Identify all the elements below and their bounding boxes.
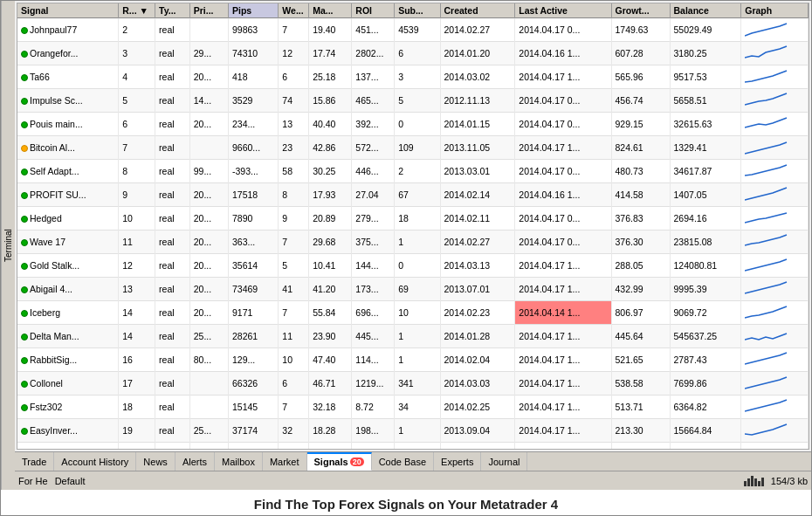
price: 99... xyxy=(189,160,228,183)
signal-dot xyxy=(21,192,28,199)
signal-dot xyxy=(21,404,28,411)
price: 20... xyxy=(189,443,228,451)
weeks: 74 xyxy=(279,89,309,113)
table-row[interactable]: Orangefor...3real29...743101217.742802..… xyxy=(17,42,809,65)
tab-account-history[interactable]: Account History xyxy=(54,452,136,471)
weeks: 6 xyxy=(279,372,309,396)
col-header-created[interactable]: Created xyxy=(440,3,515,18)
table-row[interactable]: Pouis main...6real20...234...1340.40392.… xyxy=(17,113,809,136)
signal-name: Ta66 xyxy=(17,65,119,89)
growth: 607.28 xyxy=(611,42,670,65)
roi: 696... xyxy=(352,301,395,325)
type: real xyxy=(155,443,190,451)
col-header-signal[interactable]: Signal xyxy=(17,3,119,18)
col-header-ma[interactable]: Ma... xyxy=(309,3,352,18)
table-row[interactable]: Gold Stalk...12real20...35614510.41144..… xyxy=(17,254,809,278)
col-header-graph[interactable]: Graph xyxy=(741,3,809,18)
last-active-date: 2014.04.16 1... xyxy=(515,42,611,65)
col-header-sub[interactable]: Sub... xyxy=(395,3,440,18)
weeks: 7 xyxy=(279,18,309,42)
max-drawdown: 46.71 xyxy=(309,372,352,396)
col-header-type[interactable]: Ty... xyxy=(155,3,190,18)
roi: 392... xyxy=(352,113,395,136)
table-row[interactable]: Self Adapt...8real99...-393...5830.25446… xyxy=(17,160,809,183)
max-drawdown: 18.28 xyxy=(309,419,352,443)
col-header-lastactive[interactable]: Last Active xyxy=(515,3,611,18)
balance: 173.49 xyxy=(670,443,741,451)
pips: 234... xyxy=(229,113,279,136)
roi: 2802... xyxy=(352,42,395,65)
tab-journal[interactable]: Journal xyxy=(481,452,527,471)
max-drawdown: 47.40 xyxy=(309,348,352,372)
price: 20... xyxy=(189,301,228,325)
table-row[interactable]: Bitcoin Al...7real9660...2342.86572...10… xyxy=(17,136,809,160)
growth: 288.05 xyxy=(611,254,670,278)
table-row[interactable]: Delta Man...14real25...282611123.90445..… xyxy=(17,325,809,348)
max-drawdown: 10.41 xyxy=(309,254,352,278)
table-row[interactable]: Iceberg14real20...9171755.84696...102014… xyxy=(17,301,809,325)
tab-market[interactable]: Market xyxy=(263,452,307,471)
max-drawdown: 15.86 xyxy=(309,89,352,113)
subscribers: 6 xyxy=(395,42,440,65)
pips: 3529 xyxy=(229,89,279,113)
table-row[interactable]: EasyInver...19real25...371743218.28198..… xyxy=(17,419,809,443)
table-row[interactable]: Fstz30218real15145732.188.72342014.02.25… xyxy=(17,396,809,419)
table-row[interactable]: Wave 1711real20...363...729.68375...1201… xyxy=(17,230,809,254)
roi: 445... xyxy=(352,325,395,348)
tab-trade[interactable]: Trade xyxy=(15,452,54,471)
pips: 37174 xyxy=(229,419,279,443)
created-date: 2014.01.20 xyxy=(440,42,515,65)
tab-alerts[interactable]: Alerts xyxy=(175,452,215,471)
roi: 1219... xyxy=(352,372,395,396)
subscribers: 10 xyxy=(395,301,440,325)
price: 29... xyxy=(189,42,228,65)
col-header-growth[interactable]: Growt... xyxy=(611,3,670,18)
table-row[interactable]: PROFIT SU...9real20...17518817.9327.0467… xyxy=(17,183,809,207)
subscribers: 5 xyxy=(395,89,440,113)
growth: 1749.63 xyxy=(611,18,670,42)
growth: 6504.70 xyxy=(611,443,670,451)
rank: 19 xyxy=(119,419,155,443)
subscribers: 67 xyxy=(395,183,440,207)
col-header-price[interactable]: Pri... xyxy=(189,3,228,18)
col-header-rank[interactable]: R... ▼ xyxy=(119,3,155,18)
tab-signals[interactable]: Signals20 xyxy=(307,452,372,471)
price xyxy=(189,396,228,419)
table-row[interactable]: Collonel17real66326646.711219...3412014.… xyxy=(17,372,809,396)
signal-name: GBPUSD ... xyxy=(17,443,119,451)
tab-experts[interactable]: Experts xyxy=(434,452,481,471)
col-header-pips[interactable]: Pips xyxy=(229,3,279,18)
roi: 8.72 xyxy=(352,396,395,419)
signal-name: Bitcoin Al... xyxy=(17,136,119,160)
rank: 20 xyxy=(119,443,155,451)
table-row[interactable]: RabbitSig...16real80...129...1047.40114.… xyxy=(17,348,809,372)
col-header-we[interactable]: We... xyxy=(279,3,309,18)
table-row[interactable]: GBPUSD ...20real20...9163542.90214...320… xyxy=(17,443,809,451)
signal-name: Abigail 4... xyxy=(17,278,119,301)
table-row[interactable]: Impulse Sc...5real14...35297415.86465...… xyxy=(17,89,809,113)
signal-name: Wave 17 xyxy=(17,230,119,254)
last-active-date: 2014.04.14 1... xyxy=(515,301,611,325)
table-row[interactable]: Johnpaul772real99863719.40451...45392014… xyxy=(17,18,809,42)
tab-news[interactable]: News xyxy=(136,452,175,471)
table-row[interactable]: Abigail 4...13real20...734694141.20173..… xyxy=(17,278,809,301)
type: real xyxy=(155,183,190,207)
col-header-roi[interactable]: ROI xyxy=(352,3,395,18)
tab-mailbox[interactable]: Mailbox xyxy=(215,452,263,471)
weeks: 9 xyxy=(279,207,309,230)
roi: 279... xyxy=(352,207,395,230)
created-date: 2014.02.14 xyxy=(440,183,515,207)
table-row[interactable]: Hedged10real20...7890920.89279...182014.… xyxy=(17,207,809,230)
status-profile: Default xyxy=(55,476,86,486)
weeks: 41 xyxy=(279,278,309,301)
growth: 456.74 xyxy=(611,89,670,113)
signal-name: PROFIT SU... xyxy=(17,183,119,207)
weeks: 6 xyxy=(279,65,309,89)
table-row[interactable]: Ta664real20...418625.18137...32014.03.02… xyxy=(17,65,809,89)
signals-table-container[interactable]: Signal R... ▼ Ty... Pri... Pips We... Ma… xyxy=(17,3,809,450)
pips: 418 xyxy=(229,65,279,89)
balance: 2694.16 xyxy=(670,207,741,230)
col-header-balance[interactable]: Balance xyxy=(670,3,741,18)
tab-code-base[interactable]: Code Base xyxy=(372,452,434,471)
subscribers: 34 xyxy=(395,396,440,419)
